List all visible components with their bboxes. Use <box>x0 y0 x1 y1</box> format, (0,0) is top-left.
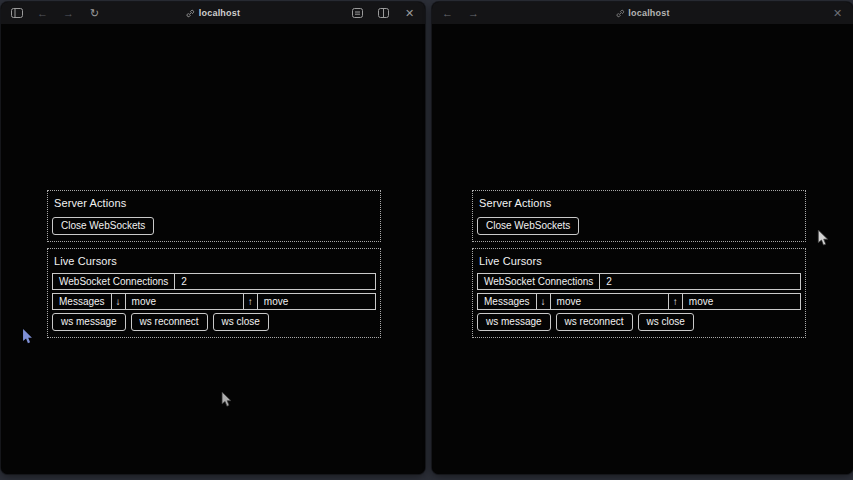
up-arrow-icon: ↑ <box>669 294 683 309</box>
titlebar-left-controls: ← → ↻ <box>10 7 101 20</box>
close-window-button[interactable]: ✕ <box>831 7 844 20</box>
page-title: localhost <box>199 8 240 18</box>
link-icon <box>615 9 624 18</box>
address-display: localhost <box>186 2 240 24</box>
browser-window-left: ← → ↻ localhost ✕ Server Actions Close W… <box>1 2 425 474</box>
address-display: localhost <box>615 2 669 24</box>
server-actions-legend: Server Actions <box>54 197 376 209</box>
outgoing-message-value: move <box>683 294 800 309</box>
server-actions-legend: Server Actions <box>479 197 801 209</box>
split-view-button[interactable] <box>377 7 390 20</box>
connections-label: WebSocket Connections <box>53 274 175 289</box>
connections-label: WebSocket Connections <box>478 274 600 289</box>
page-content: Server Actions Close WebSockets Live Cur… <box>432 24 853 474</box>
down-arrow-icon: ↓ <box>112 294 126 309</box>
titlebar-right-controls: ✕ <box>351 7 416 20</box>
titlebar-left-controls: ← → <box>441 7 480 20</box>
page-title: localhost <box>628 8 669 18</box>
back-button[interactable]: ← <box>36 7 49 20</box>
live-cursors-legend: Live Cursors <box>479 255 801 267</box>
browser-window-right: ← → localhost ✕ Server Actions Close Web… <box>432 2 853 474</box>
messages-label: Messages <box>53 294 112 309</box>
ws-close-button[interactable]: ws close <box>213 313 269 331</box>
ws-close-button[interactable]: ws close <box>638 313 694 331</box>
close-websockets-button[interactable]: Close WebSockets <box>52 217 154 235</box>
link-icon <box>186 9 195 18</box>
server-actions-fieldset: Server Actions Close WebSockets <box>47 190 381 242</box>
remote-live-cursor <box>22 329 33 345</box>
reload-button[interactable]: ↻ <box>88 7 101 20</box>
ws-buttons-row: ws message ws reconnect ws close <box>52 313 376 331</box>
ws-reconnect-button[interactable]: ws reconnect <box>556 313 633 331</box>
ws-message-button[interactable]: ws message <box>52 313 126 331</box>
forward-button[interactable]: → <box>62 7 75 20</box>
reader-view-button[interactable] <box>351 7 364 20</box>
messages-row: Messages ↓ move ↑ move <box>52 293 376 310</box>
connections-row: WebSocket Connections 2 <box>52 273 376 290</box>
back-button[interactable]: ← <box>441 7 454 20</box>
titlebar[interactable]: ← → localhost ✕ <box>432 2 853 24</box>
outgoing-message-value: move <box>258 294 375 309</box>
ws-message-button[interactable]: ws message <box>477 313 551 331</box>
server-actions-fieldset: Server Actions Close WebSockets <box>472 190 806 242</box>
forward-button[interactable]: → <box>467 7 480 20</box>
messages-label: Messages <box>478 294 537 309</box>
close-websockets-button[interactable]: Close WebSockets <box>477 217 579 235</box>
live-cursors-legend: Live Cursors <box>54 255 376 267</box>
live-cursors-fieldset: Live Cursors WebSocket Connections 2 Mes… <box>472 248 806 338</box>
up-arrow-icon: ↑ <box>244 294 258 309</box>
incoming-message-value: move <box>551 294 669 309</box>
messages-row: Messages ↓ move ↑ move <box>477 293 801 310</box>
titlebar[interactable]: ← → ↻ localhost ✕ <box>1 2 425 24</box>
close-window-button[interactable]: ✕ <box>403 7 416 20</box>
ws-buttons-row: ws message ws reconnect ws close <box>477 313 801 331</box>
ws-reconnect-button[interactable]: ws reconnect <box>131 313 208 331</box>
connections-value: 2 <box>175 274 375 289</box>
incoming-message-value: move <box>126 294 244 309</box>
titlebar-right-controls: ✕ <box>831 7 844 20</box>
connections-row: WebSocket Connections 2 <box>477 273 801 290</box>
mouse-cursor-right <box>817 230 829 247</box>
live-cursors-fieldset: Live Cursors WebSocket Connections 2 Mes… <box>47 248 381 338</box>
down-arrow-icon: ↓ <box>537 294 551 309</box>
connections-value: 2 <box>600 274 800 289</box>
sidebar-toggle-button[interactable] <box>10 7 23 20</box>
page-content: Server Actions Close WebSockets Live Cur… <box>1 24 425 474</box>
mouse-cursor-left <box>221 392 232 408</box>
